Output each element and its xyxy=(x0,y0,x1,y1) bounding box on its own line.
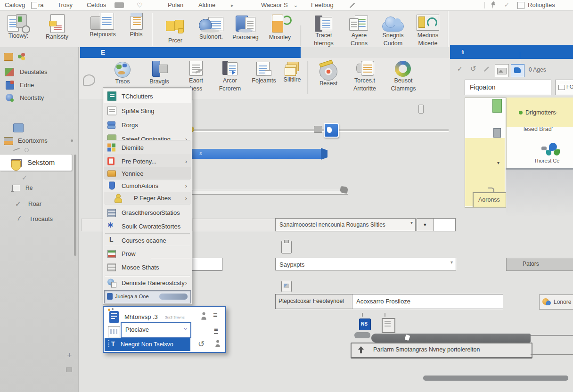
sidebar-item[interactable]: Roar xyxy=(28,200,41,207)
menu-item[interactable]: CumohAitons › xyxy=(104,180,191,192)
refresh-icon[interactable]: ↺ xyxy=(470,65,476,73)
slider-minor-handle[interactable] xyxy=(314,126,322,133)
slider-track-2[interactable] xyxy=(188,190,348,195)
chevron-down-icon[interactable]: ▾ xyxy=(410,220,413,225)
shield-icon[interactable] xyxy=(11,160,21,171)
add-item-button[interactable]: + xyxy=(67,351,72,360)
sidebar-item[interactable]: Edrie xyxy=(20,82,34,89)
ribbon2-button-bravgis[interactable]: Bravgis xyxy=(145,61,173,86)
menu-item-6[interactable]: Aldine xyxy=(198,0,215,10)
bottom-scrollbar[interactable] xyxy=(423,376,568,381)
ribbon2-button-torcest[interactable]: Torces.t Arrtoritte xyxy=(350,61,380,93)
list-icon[interactable]: ≡ xyxy=(214,325,218,334)
menu-item[interactable]: Yenniee xyxy=(104,167,191,179)
pin-icon[interactable] xyxy=(490,1,496,9)
check-icon[interactable]: ✓ xyxy=(457,65,463,73)
menu-item-7[interactable]: Wacaor S xyxy=(261,0,288,10)
field-input[interactable]: Acoxsarro Frosiloze xyxy=(352,294,503,309)
menu-item[interactable]: Grasclthersoor Statios xyxy=(104,205,191,219)
sidebar-item-selected[interactable]: Sekstom xyxy=(0,154,72,171)
fg-box[interactable]: FG xyxy=(555,80,573,95)
rights-checkbox[interactable] xyxy=(517,2,524,9)
person-icon[interactable] xyxy=(215,340,221,348)
menu-item-4[interactable]: Cetdos xyxy=(87,0,106,10)
chevron-down-icon[interactable]: ▾ xyxy=(450,260,453,265)
menu-item[interactable]: Mosoe Sthats xyxy=(104,260,191,274)
menu-item-8[interactable]: Feetbog xyxy=(311,0,334,10)
green-handle[interactable] xyxy=(492,99,502,113)
ribbon2-button-arcor[interactable]: Arcor Fcrorem xyxy=(216,61,244,93)
menu-item[interactable]: SpiMa Sling xyxy=(104,104,191,117)
ribbon2-button-beusot[interactable]: Beusot Clammgs xyxy=(388,61,418,93)
menu-item-5[interactable]: Polan xyxy=(168,0,183,10)
slider-handle-2[interactable] xyxy=(340,186,348,194)
ribbon-button-snegnis[interactable]: Snegnis Cudom xyxy=(379,16,407,48)
caret-down-icon[interactable]: ⌄ xyxy=(293,0,298,10)
menu-item-1[interactable]: Cailovg xyxy=(5,0,25,10)
menu-item[interactable]: TChciutters xyxy=(104,89,191,103)
sidebar-item[interactable]: Trocauts xyxy=(29,215,53,222)
menu-footer[interactable]: Juoiega a Ooe xyxy=(104,290,191,303)
menu-item[interactable]: Prow xyxy=(104,247,191,260)
sidebar-item[interactable]: Deustates xyxy=(20,68,48,75)
menu-item[interactable]: Diemiite xyxy=(104,140,191,154)
comment-icon[interactable] xyxy=(83,74,95,86)
dialog-action-row[interactable]: T Neegot Non Tselsvo xyxy=(105,338,190,351)
type-combobox[interactable]: Saypxpts ▾ xyxy=(275,258,456,270)
dialog-input[interactable]: Ptociave › xyxy=(121,322,191,338)
ribbon-button-praroareg[interactable]: Praroareg xyxy=(232,15,259,41)
side-button[interactable]: Pators xyxy=(506,258,573,271)
person-icon[interactable] xyxy=(201,312,207,320)
blue-book-icon[interactable] xyxy=(13,123,24,132)
active-tab-bar[interactable]: E xyxy=(80,47,301,58)
search-combobox[interactable]: Sanaimooostei nencounia Rougans Silties … xyxy=(275,218,416,231)
chevron-icon[interactable]: › xyxy=(183,328,190,330)
scroll-thumb-left[interactable] xyxy=(354,332,370,338)
grid-button[interactable] xyxy=(108,326,120,337)
heart-icon[interactable]: ♡ xyxy=(137,0,143,10)
sidebar-item[interactable]: Re xyxy=(25,185,33,191)
ribbon2-button-fojeamts[interactable]: Fojeamts xyxy=(250,62,278,85)
notebook-icon[interactable] xyxy=(4,53,13,61)
sidebar-item[interactable]: Ncortstty xyxy=(20,94,44,101)
pencil-icon[interactable] xyxy=(349,2,356,9)
menu-item-2[interactable]: ra xyxy=(38,0,44,10)
menu-item[interactable]: L Courses ocaone xyxy=(104,234,191,246)
sidebar-scrollbar[interactable] xyxy=(74,155,76,256)
ribbon-button-mnsnley[interactable]: Mnsnley xyxy=(267,15,293,41)
menu-item-3[interactable]: Trosy xyxy=(57,0,73,10)
menu-item[interactable]: P Feger Abes › xyxy=(104,192,191,204)
selected-tool-button[interactable] xyxy=(511,64,524,77)
right-search-input[interactable]: Fiqoaton xyxy=(465,80,551,95)
ribbon-button-prcer[interactable]: Prcer xyxy=(162,20,188,45)
slider-handle[interactable] xyxy=(324,123,339,138)
ribbon-button-tracet[interactable]: Tracet hterngs xyxy=(310,16,337,48)
menu-item[interactable]: ✱ Soulk Cworate. Stortes xyxy=(104,219,191,233)
corner-button[interactable]: Lonore xyxy=(539,294,573,310)
blank-field[interactable] xyxy=(434,218,456,231)
dot-button[interactable]: • xyxy=(417,218,435,231)
ribbon-button-tioowy[interactable]: Tioowy: xyxy=(4,14,33,40)
ribbon-button-betpousts[interactable]: Betpousts xyxy=(88,13,118,39)
ribbon-button-ranissty[interactable]: Ranissty xyxy=(43,14,71,41)
right-tab-bar[interactable]: fi xyxy=(450,45,573,59)
ribbon2-button-silitiire[interactable]: Silitiire xyxy=(279,61,305,84)
menu-item[interactable]: Pre Poteny... › xyxy=(104,154,191,168)
undo-icon[interactable]: ↺ xyxy=(198,339,205,349)
flower-icon[interactable] xyxy=(18,53,25,60)
ribbon-button-pibis[interactable]: Pibis xyxy=(125,13,147,39)
up-arrow-icon[interactable] xyxy=(357,346,365,354)
image-button[interactable] xyxy=(495,64,509,77)
sidebar-item[interactable]: Eoortoxrns xyxy=(18,137,48,144)
ribbon-button-suionort[interactable]: Suionort. xyxy=(197,16,225,41)
small-input[interactable] xyxy=(189,258,222,271)
pencil-icon[interactable] xyxy=(483,66,490,72)
ribbon-button-ayere[interactable]: Ayere Conns xyxy=(345,16,373,48)
ribbon2-button-trsos[interactable]: Trsos xyxy=(109,62,136,86)
ribbon2-button-besest[interactable]: Besest xyxy=(315,62,342,88)
menu-item[interactable]: Rorgs xyxy=(104,118,191,131)
menu-item[interactable]: Denniste Raiereostcsty › xyxy=(104,277,191,289)
rights-checkbox-label[interactable]: Rofiogltes xyxy=(528,0,555,10)
ribbon-button-medons[interactable]: Medons Micerte xyxy=(414,15,442,48)
hamburger-icon[interactable]: ≡ xyxy=(213,311,217,319)
